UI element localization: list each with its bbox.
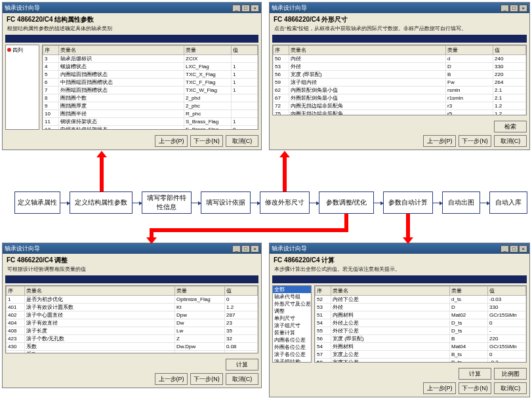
table-row[interactable]: 56宽度 (即装配)B220 bbox=[274, 71, 526, 79]
col-var[interactable]: 类量 bbox=[450, 287, 488, 296]
next-button[interactable]: 下一步(N) bbox=[190, 135, 223, 147]
close-button[interactable]: × bbox=[251, 5, 259, 12]
cancel-button[interactable]: 取消(C) bbox=[226, 373, 258, 385]
table-row[interactable]: 6中挡圈端面挡圈槽状态TXC_F_Flag1 bbox=[43, 79, 258, 87]
next-button[interactable]: 下一步(N) bbox=[190, 373, 223, 385]
min-button[interactable]: _ bbox=[501, 5, 509, 12]
titlebar[interactable]: 轴承设计向导 _ □ × bbox=[3, 243, 261, 254]
prev-button[interactable]: 上一步(P) bbox=[423, 135, 456, 147]
category-item[interactable]: 装量计算 bbox=[273, 329, 311, 336]
col-name[interactable]: 类量名 bbox=[331, 287, 450, 296]
close-button[interactable]: × bbox=[251, 245, 259, 252]
close-button[interactable]: × bbox=[519, 5, 527, 12]
table-row[interactable]: 401滚子有效设计圆系数Kt1.2 bbox=[7, 304, 258, 311]
category-item[interactable]: 外形尺寸及公差 bbox=[273, 300, 311, 308]
table-row[interactable]: 430系数Dw.Dpw0.08 bbox=[7, 343, 258, 351]
table-row[interactable]: 423滚子个数/无孔数Z32 bbox=[7, 335, 258, 343]
calc-button[interactable]: 计算 bbox=[226, 359, 258, 370]
table-row[interactable]: 12电焊支柱保持架状态E_Brass_Flag0 bbox=[43, 126, 258, 130]
col-var[interactable]: 类量 bbox=[175, 287, 225, 296]
table-row[interactable]: 67外圈装配倒角最小值r1smin2.1 bbox=[274, 94, 526, 102]
prev-button[interactable]: 上一步(P) bbox=[423, 382, 456, 394]
search-button[interactable]: 检索 bbox=[494, 121, 527, 132]
table-row[interactable]: 56宽度 (即装配)B220 bbox=[316, 335, 526, 343]
calc-button[interactable]: 计算 bbox=[459, 368, 491, 380]
min-button[interactable]: _ bbox=[501, 245, 509, 252]
table-row[interactable]: 54外圈材料Mat04GCr15SiMn bbox=[316, 343, 526, 351]
category-tree[interactable]: 四列 bbox=[5, 45, 39, 130]
table-row[interactable]: 4螺旋槽状态LXC_Flag1 bbox=[43, 63, 258, 71]
table-row[interactable]: 404滚子有效直径Dw23 bbox=[7, 319, 258, 327]
category-item[interactable]: 滚子各位公差 bbox=[273, 351, 311, 358]
min-button[interactable]: _ bbox=[232, 5, 241, 12]
col-val[interactable]: 值 bbox=[225, 287, 258, 296]
next-button[interactable]: 下一步(N) bbox=[459, 382, 491, 394]
compute-grid[interactable]: 序 类量名 类量 值 52内径下公差d_ts-0.0353外径D33051内圈材… bbox=[314, 285, 527, 363]
cancel-button[interactable]: 取消(C) bbox=[226, 135, 258, 147]
table-row[interactable]: 59滚子组内径Fw264 bbox=[274, 79, 526, 87]
adjust-grid[interactable]: 序 类量名 类量 值 1是否为初步优化Optimize_Flag0401滚子有效… bbox=[5, 285, 258, 353]
col-name[interactable]: 类量名 bbox=[25, 287, 175, 296]
category-item[interactable]: 调整 bbox=[273, 308, 311, 315]
compare-button[interactable]: 比例图 bbox=[494, 368, 527, 380]
category-item[interactable]: 内圈各位公差 bbox=[273, 336, 311, 344]
table-row[interactable]: 52内径下公差d_ts-0.03 bbox=[316, 296, 526, 304]
min-button[interactable]: _ bbox=[232, 245, 241, 252]
table-row[interactable]: 8圈挡圈个数2_phd bbox=[43, 94, 258, 102]
category-item[interactable]: 轴承代号组 bbox=[273, 293, 311, 300]
dimensions-grid[interactable]: 序 类量名 类量 值 50内径d24053外径D33056宽度 (即装配)B22… bbox=[272, 45, 527, 115]
params-grid[interactable]: 序 类量名 类量 值 3轴承后缀标识ZCIX4螺旋槽状态LXC_Flag15内圈… bbox=[42, 45, 258, 130]
table-row[interactable]: 5内圈端面挡圈槽状态TXC_X_Flag1 bbox=[43, 71, 258, 79]
table-row[interactable]: 53外径D330 bbox=[316, 304, 526, 311]
max-button[interactable]: □ bbox=[510, 5, 518, 12]
table-row[interactable]: 57宽度上公差B_ts0 bbox=[316, 351, 526, 359]
col-seq[interactable]: 序 bbox=[7, 287, 25, 296]
col-val[interactable]: 值 bbox=[493, 46, 526, 55]
titlebar[interactable]: 轴承设计向导 _ □ × bbox=[270, 243, 529, 254]
table-row[interactable]: 3轴承后缀标识ZCIX bbox=[43, 55, 258, 63]
max-button[interactable]: □ bbox=[241, 245, 250, 252]
prev-button[interactable]: 上一步(P) bbox=[155, 135, 188, 147]
table-row[interactable]: 58宽度下公差B_ts-0.3 bbox=[316, 359, 526, 363]
col-seq[interactable]: 序 bbox=[316, 287, 331, 296]
next-button[interactable]: 下一步(N) bbox=[459, 135, 491, 147]
cancel-button[interactable]: 取消(C) bbox=[494, 135, 527, 147]
table-row[interactable]: 75内圈无挡边端非装配角r51.2 bbox=[274, 110, 526, 116]
table-row[interactable]: 439系数fc bbox=[7, 351, 258, 354]
table-row[interactable]: 62内圈装配倒角最小值rsmin2.1 bbox=[274, 87, 526, 94]
category-list[interactable]: 全部轴承代号组外形尺寸及公差调整单列尺寸滚子组尺寸装量计算内圈各位公差外圈各位公… bbox=[272, 285, 312, 363]
titlebar[interactable]: 轴承设计向导 _ □ × bbox=[270, 3, 529, 13]
cancel-button[interactable]: 取消(C) bbox=[494, 382, 527, 394]
category-item[interactable]: 单列尺寸 bbox=[273, 315, 311, 322]
table-row[interactable]: 1是否为初步优化Optimize_Flag0 bbox=[7, 296, 258, 304]
category-item[interactable]: 滚子组结构 bbox=[273, 358, 311, 363]
table-row[interactable]: 54外径上公差D_ts0 bbox=[316, 319, 526, 327]
table-row[interactable]: 11钢状保持架状态S_Brass_Flag1 bbox=[43, 118, 258, 126]
close-button[interactable]: × bbox=[519, 245, 527, 252]
table-row[interactable]: 408滚子长度Lw35 bbox=[7, 327, 258, 335]
col-name[interactable]: 类量名 bbox=[59, 46, 184, 55]
table-row[interactable]: 10圈挡圈半径R_phc bbox=[43, 110, 258, 118]
col-var[interactable]: 类量 bbox=[446, 46, 493, 55]
table-row[interactable]: 55外径下公差D_ts- bbox=[316, 327, 526, 335]
category-item[interactable]: 滚子组尺寸 bbox=[273, 322, 311, 329]
col-name[interactable]: 类量名 bbox=[289, 46, 446, 55]
table-row[interactable]: 72内圈无挡边端非装配角r31.2 bbox=[274, 102, 526, 110]
category-item[interactable]: 外圈各位公差 bbox=[273, 344, 311, 351]
table-row[interactable]: 53外径D330 bbox=[274, 63, 526, 71]
prev-button[interactable]: 上一步(P) bbox=[155, 373, 188, 385]
max-button[interactable]: □ bbox=[241, 5, 250, 12]
titlebar[interactable]: 轴承设计向导 _ □ × bbox=[3, 3, 261, 13]
col-val[interactable]: 值 bbox=[488, 287, 526, 296]
col-seq[interactable]: 序 bbox=[274, 46, 289, 55]
table-row[interactable]: 7外圈端面挡圈槽状态TXC_W_Flag1 bbox=[43, 87, 258, 94]
col-val[interactable]: 值 bbox=[232, 46, 258, 55]
table-row[interactable]: 51内圈材料Mat02GCr15SiMn bbox=[316, 311, 526, 319]
category-item[interactable]: 全部 bbox=[273, 286, 311, 293]
table-row[interactable]: 9圈挡圈厚度2_phc bbox=[43, 102, 258, 110]
table-row[interactable]: 402滚子中心圆直径Dpw287 bbox=[7, 311, 258, 319]
table-row[interactable]: 50内径d240 bbox=[274, 55, 526, 63]
max-button[interactable]: □ bbox=[510, 245, 518, 252]
col-var[interactable]: 类量 bbox=[184, 46, 232, 55]
col-seq[interactable]: 序 bbox=[43, 46, 59, 55]
